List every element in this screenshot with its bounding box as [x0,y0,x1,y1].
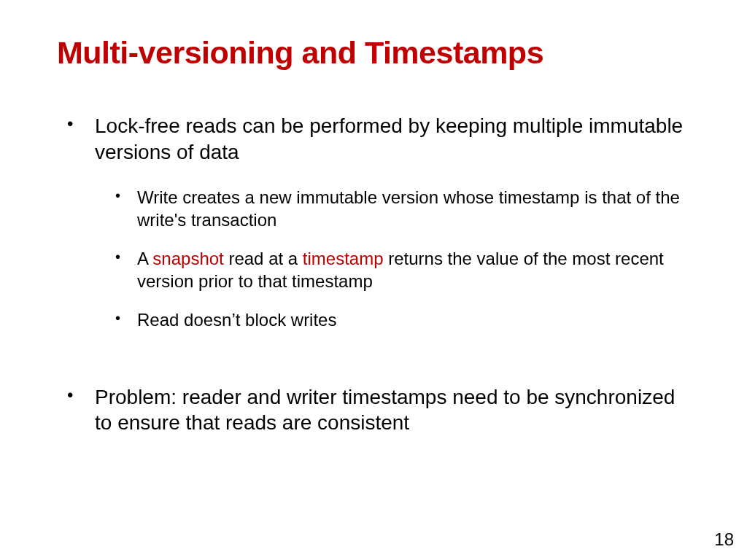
highlight-timestamp: timestamp [303,249,384,268]
page-number: 18 [714,529,734,550]
highlight-snapshot: snapshot [152,249,223,268]
bullet-item-2: Problem: reader and writer timestamps ne… [63,384,690,437]
slide: Multi-versioning and Timestamps Lock-fre… [0,0,747,560]
sub-bullet-text-a: A [137,249,152,268]
sub-bullet-text: Read doesn’t block writes [137,310,336,330]
slide-title: Multi-versioning and Timestamps [57,35,690,71]
sub-bullet-1: Write creates a new immutable version wh… [111,186,690,231]
sub-bullet-3: Read doesn’t block writes [111,308,690,331]
bullet-list-level2: Write creates a new immutable version wh… [95,186,690,332]
sub-bullet-2: A snapshot read at a timestamp returns t… [111,247,690,292]
bullet-text: Problem: reader and writer timestamps ne… [95,386,675,435]
sub-bullet-text: Write creates a new immutable version wh… [137,187,680,230]
bullet-text: Lock-free reads can be performed by keep… [95,114,683,163]
sub-bullet-text-b: read at a [224,249,303,268]
bullet-item-1: Lock-free reads can be performed by keep… [63,113,690,364]
bullet-list-level1: Lock-free reads can be performed by keep… [57,113,690,436]
spacer [95,348,690,364]
